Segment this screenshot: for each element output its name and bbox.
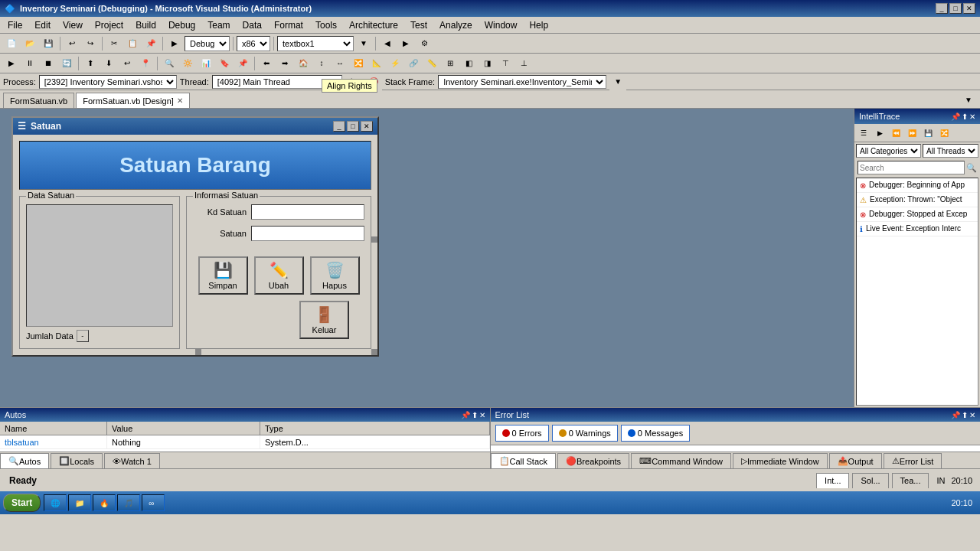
error-close-btn[interactable]: ✕ — [969, 411, 975, 419]
tb2-btn1[interactable]: ▶ — [3, 55, 20, 72]
tb2-btn12[interactable]: 🔖 — [216, 55, 233, 72]
ubah-button[interactable]: ✏️ Ubah — [254, 256, 304, 295]
menu-analyze[interactable]: Analyze — [433, 17, 479, 33]
stack-more-btn[interactable]: ▼ — [609, 73, 626, 90]
save-btn[interactable]: 💾 — [40, 35, 57, 52]
tb2-btn21[interactable]: ⚡ — [387, 55, 403, 72]
settings-btn[interactable]: ⚙ — [416, 35, 433, 52]
autos-row-0[interactable]: tblsatuan Nothing System.D... — [0, 435, 490, 449]
menu-format[interactable]: Format — [268, 17, 309, 33]
satuan-maximize-btn[interactable]: □ — [347, 121, 359, 132]
stack-combo[interactable]: Inventory Seminari.exe!Inventory_Seminar… — [438, 75, 606, 89]
undo-btn[interactable]: ↩ — [64, 35, 80, 52]
title-bar-controls[interactable]: _ □ ✕ — [936, 3, 975, 14]
autos-close-btn[interactable]: ✕ — [479, 411, 485, 419]
it-item-0[interactable]: ⊗ Debugger: Beginning of App — [857, 178, 978, 193]
it-item-3[interactable]: ℹ Live Event: Exception Interc — [857, 222, 978, 236]
menu-window[interactable]: Window — [479, 17, 524, 33]
it-btn4[interactable]: ⏩ — [904, 126, 920, 141]
menu-project[interactable]: Project — [89, 17, 129, 33]
debug-combo[interactable]: Debug — [185, 36, 230, 51]
resize-bottom[interactable] — [195, 349, 201, 355]
warnings-btn[interactable]: 0 Warnings — [552, 425, 618, 442]
intellitrace-controls[interactable]: 📌 ⬆ ✕ — [951, 112, 975, 121]
autos-tab-watch1[interactable]: 👁 Watch 1 — [104, 453, 160, 468]
it-item-2[interactable]: ⊗ Debugger: Stopped at Excep — [857, 207, 978, 222]
it-item-1[interactable]: ⚠ Exception: Thrown: "Object — [857, 193, 978, 207]
tb2-btn20[interactable]: 📐 — [368, 55, 385, 72]
close-button[interactable]: ✕ — [963, 3, 975, 14]
taskbar-firefox[interactable]: 🔥 — [93, 494, 116, 511]
satuan-close-btn[interactable]: ✕ — [361, 121, 373, 132]
open-btn[interactable]: 📂 — [21, 35, 38, 52]
autos-tab-locals[interactable]: 🔲 Locals — [51, 453, 103, 468]
autos-controls[interactable]: 📌 ⬆ ✕ — [461, 411, 485, 419]
tb2-btn7[interactable]: ↩ — [119, 55, 136, 72]
autos-tab-autos[interactable]: 🔍 Autos — [0, 453, 49, 468]
platform-combo[interactable]: x86 — [237, 36, 270, 51]
resize-se[interactable] — [371, 349, 377, 355]
tb2-btn9[interactable]: 🔍 — [161, 55, 178, 72]
errors-btn[interactable]: 0 Errors — [495, 425, 549, 442]
side-tab-int[interactable]: Int... — [816, 473, 849, 488]
cut-btn[interactable]: ✂ — [106, 35, 122, 52]
it-btn1[interactable]: ☰ — [856, 126, 871, 141]
data-grid[interactable] — [26, 204, 173, 327]
satuan-title-bar[interactable]: ☰ Satuan _ □ ✕ — [13, 118, 377, 135]
tb2-btn23[interactable]: 📏 — [423, 55, 440, 72]
tb2-btn19[interactable]: 🔀 — [350, 55, 367, 72]
tb2-btn16[interactable]: 🏠 — [295, 55, 312, 72]
it-btn2[interactable]: ▶ — [872, 126, 887, 141]
error-tab-immediate[interactable]: ▷ Immediate Window — [733, 453, 828, 468]
start-button[interactable]: Start — [3, 494, 41, 512]
error-tab-cmdwin[interactable]: ⌨ Command Window — [631, 453, 731, 468]
tb2-btn28[interactable]: ⊥ — [515, 55, 532, 72]
messages-btn[interactable]: 0 Messages — [621, 425, 690, 442]
tb2-btn17[interactable]: ↕ — [313, 55, 330, 72]
it-btn5[interactable]: 💾 — [920, 126, 936, 141]
nav-btn1[interactable]: ◀ — [379, 35, 396, 52]
error-controls[interactable]: 📌 ⬆ ✕ — [951, 411, 975, 419]
autos-pin-btn[interactable]: 📌 — [461, 411, 470, 419]
menu-test[interactable]: Test — [404, 17, 433, 33]
error-tab-callstack[interactable]: 📋 Call Stack — [491, 453, 557, 468]
process-combo[interactable]: [2392] Inventory Seminari.vshost.exe — [39, 75, 177, 89]
menu-tools[interactable]: Tools — [309, 17, 343, 33]
intellitrace-search-input[interactable] — [858, 161, 965, 174]
it-btn6[interactable]: 🔀 — [936, 126, 952, 141]
maximize-button[interactable]: □ — [949, 3, 962, 14]
menu-data[interactable]: Data — [237, 17, 268, 33]
intellitrace-pin-btn[interactable]: 📌 — [951, 112, 960, 121]
kd-satuan-input[interactable] — [251, 204, 364, 220]
menu-help[interactable]: Help — [523, 17, 554, 33]
tb2-btn10[interactable]: 🔆 — [179, 55, 196, 72]
intellitrace-float-btn[interactable]: ⬆ — [962, 112, 968, 121]
tb2-btn22[interactable]: 🔗 — [405, 55, 422, 72]
resize-right[interactable] — [371, 236, 377, 243]
nav-btn2[interactable]: ▶ — [397, 35, 414, 52]
tb2-btn3[interactable]: ⏹ — [40, 55, 57, 72]
menu-architecture[interactable]: Architecture — [343, 17, 404, 33]
simpan-button[interactable]: 💾 Simpan — [198, 256, 248, 295]
tb2-btn14[interactable]: ⬅ — [258, 55, 275, 72]
jumlah-btn[interactable]: - — [77, 330, 89, 342]
tab-formsatuan-design[interactable]: FormSatuan.vb [Design] ✕ — [76, 93, 190, 108]
error-tab-output[interactable]: 📤 Output — [829, 453, 882, 468]
taskbar-infinity[interactable]: ∞ — [142, 494, 165, 511]
tb2-btn27[interactable]: ⊤ — [497, 55, 514, 72]
taskbar-ie[interactable]: 🌐 — [44, 494, 67, 511]
menu-view[interactable]: View — [57, 17, 89, 33]
error-float-btn[interactable]: ⬆ — [962, 411, 968, 419]
tb2-btn2[interactable]: ⏸ — [21, 55, 38, 72]
menu-file[interactable]: File — [2, 17, 28, 33]
autos-float-btn[interactable]: ⬆ — [472, 411, 478, 419]
thread-filter[interactable]: All Threads — [923, 144, 978, 158]
side-tab-tea[interactable]: Tea... — [892, 473, 929, 488]
tb2-btn18[interactable]: ↔ — [332, 55, 348, 72]
error-pin-btn[interactable]: 📌 — [951, 411, 960, 419]
tb2-btn11[interactable]: 📊 — [198, 55, 214, 72]
menu-team[interactable]: Team — [201, 17, 236, 33]
textbox-combo[interactable]: textbox1 — [277, 36, 354, 51]
tb2-btn15[interactable]: ➡ — [276, 55, 293, 72]
tb2-btn4[interactable]: 🔄 — [58, 55, 75, 72]
